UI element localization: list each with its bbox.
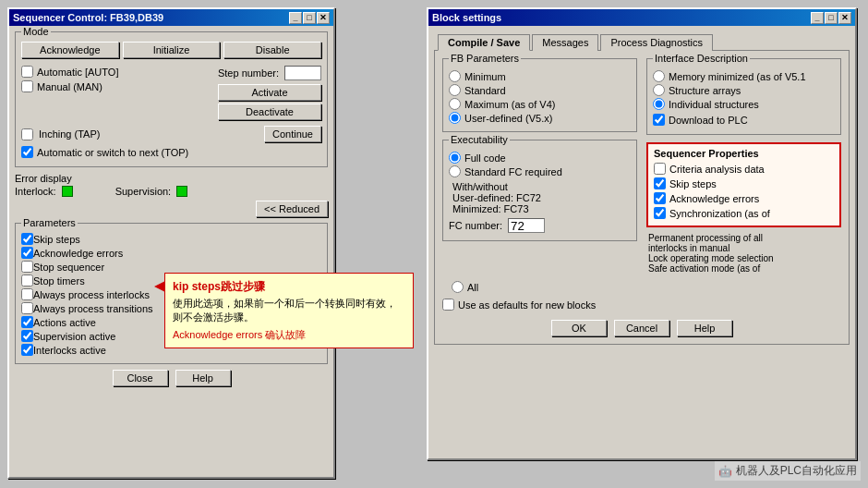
disable-button[interactable]: Disable — [223, 42, 321, 58]
reduced-button[interactable]: << Reduced — [256, 201, 328, 217]
standard-fc-radio[interactable] — [449, 165, 461, 177]
block-minimize-button[interactable]: _ — [811, 12, 824, 24]
initialize-button[interactable]: Initialize — [123, 42, 221, 58]
automatic-checkbox-row: Automatic [AUTO] — [21, 66, 118, 78]
executability-group: Executability Full code Standard FC requ… — [442, 140, 637, 241]
callout-text: 使用此选项，如果前一个和后一个转换同时有效，则不会激活步骤。 — [173, 297, 405, 324]
seq-close-button[interactable]: Close — [113, 370, 168, 386]
inching-checkbox[interactable] — [21, 128, 33, 140]
block-maximize-button[interactable]: □ — [825, 12, 838, 24]
seq-synchronization-checkbox[interactable] — [654, 207, 666, 219]
tab-process-diagnostics[interactable]: Process Diagnostics — [600, 34, 713, 51]
manual-checkbox[interactable] — [21, 80, 33, 92]
reduced-section: << Reduced — [15, 201, 328, 217]
manual-label: Manual (MAN) — [37, 81, 102, 92]
param-always-transitions-checkbox[interactable] — [21, 302, 33, 314]
deactivate-button[interactable]: Deactivate — [218, 104, 321, 120]
seq-help-button[interactable]: Help — [175, 370, 231, 386]
tab-content-area: FB Parameters Minimum Standard Maximum (… — [434, 50, 850, 345]
memory-minimized-row: Memory minimized (as of V5.1 — [653, 70, 835, 82]
param-actions-active-checkbox[interactable] — [21, 316, 33, 328]
automatic-checkbox[interactable] — [21, 66, 33, 78]
mode-buttons: Acknowledge Initialize Disable — [21, 42, 321, 58]
minimize-button[interactable]: _ — [289, 12, 302, 24]
close-button[interactable]: ✕ — [317, 12, 330, 24]
watermark-text: 机器人及PLC自动化应用 — [736, 463, 857, 479]
step-number-input[interactable] — [284, 66, 321, 80]
param-supervision-active-label: Supervision active — [33, 331, 115, 342]
auto-switch-checkbox[interactable] — [21, 146, 33, 158]
maximize-button[interactable]: □ — [303, 12, 316, 24]
fb-minimum-radio[interactable] — [449, 70, 461, 82]
param-skip-steps: Skip steps — [21, 233, 321, 245]
seq-props-label: Sequencer Properties — [654, 148, 834, 159]
block-close-button[interactable]: ✕ — [838, 12, 851, 24]
seq-ack-errors-checkbox[interactable] — [654, 192, 666, 204]
cancel-button[interactable]: Cancel — [614, 320, 669, 336]
block-settings-title: Block settings — [432, 12, 501, 23]
interface-desc-group: Interface Description Memory minimized (… — [646, 58, 841, 135]
supervision-led — [176, 186, 187, 197]
fc-number-input[interactable] — [508, 218, 545, 233]
tab-compile-save[interactable]: Compile / Save — [438, 34, 530, 51]
auto-switch-row: Automatic or switch to next (TOP) — [21, 146, 321, 158]
mode-group-label: Mode — [21, 26, 51, 37]
error-display-row: Error display — [15, 173, 328, 184]
memory-minimized-radio[interactable] — [653, 70, 665, 82]
structure-arrays-radio[interactable] — [653, 84, 665, 96]
param-actions-active-label: Actions active — [33, 317, 96, 328]
inching-continue-row: Inching (TAP) Continue — [21, 126, 321, 142]
param-stop-seq-label: Stop sequencer — [33, 262, 104, 273]
param-supervision-active-checkbox[interactable] — [21, 330, 33, 342]
help-button[interactable]: Help — [677, 320, 732, 336]
activate-button[interactable]: Activate — [218, 84, 321, 101]
seq-ack-errors-label: Acknowledge errors — [669, 193, 759, 204]
callout-arrow — [154, 281, 165, 292]
all-radio[interactable] — [452, 281, 464, 293]
memory-minimized-label: Memory minimized (as of V5.1 — [669, 71, 806, 82]
download-to-plc-label: Download to PLC — [669, 115, 748, 126]
callout-tooltip: kip steps跳过步骤 使用此选项，如果前一个和后一个转换同时有效，则不会激… — [164, 273, 414, 348]
tab-messages[interactable]: Messages — [532, 34, 598, 51]
param-ack-errors-label: Acknowledge errors — [33, 248, 123, 259]
standard-fc-label: Standard FC required — [464, 166, 562, 177]
lock-operating-label: Lock operating mode selection — [648, 253, 839, 263]
full-code-radio[interactable] — [449, 152, 461, 164]
sequencer-title: Sequencer Control: FB39,DB39 — [13, 12, 163, 23]
param-always-interlocks-checkbox[interactable] — [21, 288, 33, 300]
inching-label: Inching (TAP) — [39, 128, 100, 140]
continue-button[interactable]: Continue — [264, 126, 321, 142]
fb-user-defined-radio[interactable] — [449, 112, 461, 124]
fb-standard-radio[interactable] — [449, 84, 461, 96]
auto-manual-col: Automatic [AUTO] Manual (MAN) — [21, 66, 118, 120]
title-bar-buttons: _ □ ✕ — [289, 12, 330, 24]
minimized-fc: Minimized: FC73 — [452, 203, 631, 214]
automatic-label: Automatic [AUTO] — [37, 67, 118, 78]
param-interlocks-active-checkbox[interactable] — [21, 344, 33, 356]
param-skip-steps-checkbox[interactable] — [21, 233, 33, 245]
error-display-label: Error display — [15, 173, 72, 184]
param-stop-timers-label: Stop timers — [33, 275, 85, 287]
seq-criteria-row: Criteria analysis data — [654, 163, 834, 175]
manual-checkbox-row: Manual (MAN) — [21, 80, 118, 92]
structure-arrays-row: Structure arrays — [653, 84, 835, 96]
param-stop-timers-checkbox[interactable] — [21, 274, 33, 287]
ok-button[interactable]: OK — [551, 320, 607, 336]
additional-options: Permanent processing of all interlocks i… — [646, 231, 841, 275]
param-stop-seq-checkbox[interactable] — [21, 261, 33, 273]
seq-criteria-checkbox[interactable] — [654, 163, 666, 175]
defaults-checkbox[interactable] — [442, 299, 454, 311]
acknowledge-button[interactable]: Acknowledge — [21, 42, 119, 58]
safe-activation-label: Safe activation mode (as of — [648, 263, 839, 274]
individual-structures-row: Individual structures — [653, 98, 835, 110]
param-ack-errors-checkbox[interactable] — [21, 247, 33, 259]
param-stop-seq: Stop sequencer — [21, 261, 321, 273]
block-settings-title-bar: Block settings _ □ ✕ — [428, 9, 855, 26]
standard-fc-row: Standard FC required — [449, 165, 631, 177]
step-number-row: Step number: — [218, 66, 321, 80]
download-to-plc-checkbox[interactable] — [653, 114, 665, 126]
individual-structures-radio[interactable] — [653, 98, 665, 110]
full-code-label: Full code — [464, 152, 506, 164]
fb-maximum-radio[interactable] — [449, 98, 461, 110]
seq-skip-steps-checkbox[interactable] — [654, 177, 666, 189]
